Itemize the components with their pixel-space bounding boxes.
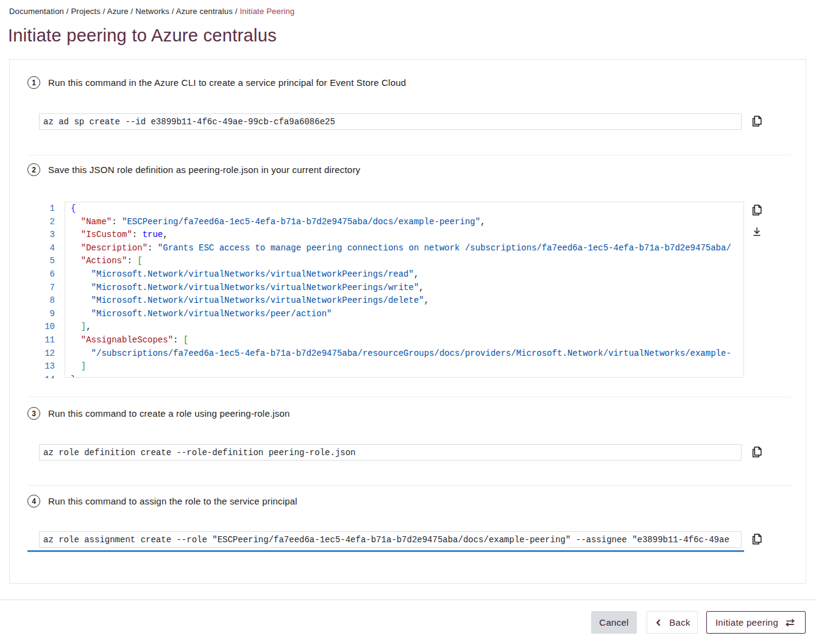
line-number: 3 — [39, 228, 55, 242]
code-line: "Name": "ESCPeering/fa7eed6a-1ec5-4efa-b… — [65, 216, 743, 229]
breadcrumb-item[interactable]: Documentation — [9, 7, 64, 16]
copy-icon — [750, 203, 764, 218]
code-line: "AssignableScopes": [ — [65, 334, 743, 347]
breadcrumb-item[interactable]: Azure — [107, 7, 129, 16]
download-json-button[interactable] — [749, 224, 765, 239]
initiate-peering-button-label: Initiate peering — [715, 617, 778, 628]
copy-step-3-button[interactable] — [749, 444, 765, 460]
line-number: 10 — [39, 320, 55, 334]
copy-icon — [750, 445, 764, 459]
breadcrumb-separator: / — [64, 7, 71, 16]
code-editor[interactable]: { "Name": "ESCPeering/fa7eed6a-1ec5-4efa… — [65, 202, 744, 378]
code-line: "Actions": [ — [65, 255, 743, 268]
line-number: 5 — [39, 255, 55, 268]
code-line: ] — [65, 360, 743, 373]
copy-step-1-button[interactable] — [749, 113, 765, 129]
section-divider — [27, 485, 790, 486]
line-number: 6 — [39, 268, 55, 281]
step-1-header: 1 Run this command in the Azure CLI to c… — [27, 76, 406, 89]
line-number: 13 — [39, 360, 55, 373]
step-3-number: 3 — [27, 407, 40, 420]
code-gutter: 1234567891011121314 — [39, 202, 55, 378]
page-title: Initiate peering to Azure centralus — [8, 26, 277, 46]
code-line: "Microsoft.Network/virtualNetworks/virtu… — [65, 268, 743, 281]
step-4-label: Run this command to assign the role to t… — [48, 496, 297, 506]
swap-arrows-icon — [784, 617, 796, 629]
code-line: "Microsoft.Network/virtualNetworks/virtu… — [65, 281, 743, 295]
step-2-label: Save this JSON role definition as peerin… — [48, 165, 360, 175]
chevron-left-icon — [654, 617, 664, 628]
line-number: 7 — [39, 281, 55, 295]
copy-icon — [750, 532, 764, 547]
breadcrumb-item[interactable]: Projects — [71, 7, 101, 16]
step-3-label: Run this command to create a role using … — [48, 408, 290, 419]
footer-divider — [0, 600, 816, 600]
breadcrumb-separator: / — [101, 7, 107, 16]
breadcrumb-item[interactable]: Networks — [135, 7, 169, 16]
command-input-step-3[interactable] — [39, 444, 742, 461]
code-line: "/subscriptions/fa7eed6a-1ec5-4efa-b71a-… — [65, 347, 743, 361]
copy-step-4-button[interactable] — [749, 531, 765, 547]
cancel-button-label: Cancel — [599, 617, 629, 628]
back-button-label: Back — [669, 617, 690, 628]
download-icon — [750, 224, 764, 239]
code-line: } — [65, 373, 743, 378]
code-line: ], — [65, 320, 743, 334]
step-1-number: 1 — [27, 76, 40, 89]
code-line: "IsCustom": true, — [65, 228, 743, 242]
horizontal-scrollbar[interactable] — [27, 550, 744, 552]
section-divider — [27, 397, 790, 397]
code-line: "Description": "Grants ESC access to man… — [65, 242, 743, 255]
copy-json-button[interactable] — [749, 202, 765, 218]
breadcrumb-separator: / — [129, 7, 135, 16]
cancel-button[interactable]: Cancel — [591, 611, 637, 634]
command-input-step-4[interactable] — [39, 531, 742, 548]
section-divider — [27, 155, 790, 155]
step-2-number: 2 — [27, 163, 40, 176]
code-line: { — [65, 202, 743, 216]
line-number: 8 — [39, 294, 55, 308]
step-3-header: 3 Run this command to create a role usin… — [27, 407, 290, 420]
breadcrumb-current: Initiate Peering — [239, 7, 294, 16]
step-4-header: 4 Run this command to assign the role to… — [27, 495, 297, 508]
code-line: "Microsoft.Network/virtualNetworks/peer/… — [65, 308, 743, 321]
line-number: 9 — [39, 308, 55, 321]
step-1-label: Run this command in the Azure CLI to cre… — [48, 77, 406, 88]
line-number: 11 — [39, 334, 55, 347]
step-2-header: 2 Save this JSON role definition as peer… — [27, 163, 360, 176]
code-lines: { "Name": "ESCPeering/fa7eed6a-1ec5-4efa… — [65, 202, 743, 378]
breadcrumb: Documentation / Projects / Azure / Netwo… — [9, 7, 294, 16]
line-number: 14 — [39, 373, 55, 378]
step-4-number: 4 — [27, 495, 40, 508]
line-number: 1 — [39, 202, 55, 216]
breadcrumb-item[interactable]: Azure centralus — [176, 7, 233, 16]
code-line: "Microsoft.Network/virtualNetworks/virtu… — [65, 294, 743, 308]
breadcrumb-separator: / — [233, 7, 239, 16]
copy-icon — [750, 114, 764, 129]
line-number: 12 — [39, 347, 55, 361]
line-number: 2 — [39, 216, 55, 229]
back-button[interactable]: Back — [647, 611, 698, 634]
line-number: 4 — [39, 242, 55, 255]
initiate-peering-button[interactable]: Initiate peering — [706, 611, 806, 634]
breadcrumb-separator: / — [169, 7, 176, 16]
wizard-card: 1 Run this command in the Azure CLI to c… — [9, 59, 806, 584]
command-input-step-1[interactable] — [39, 113, 742, 130]
